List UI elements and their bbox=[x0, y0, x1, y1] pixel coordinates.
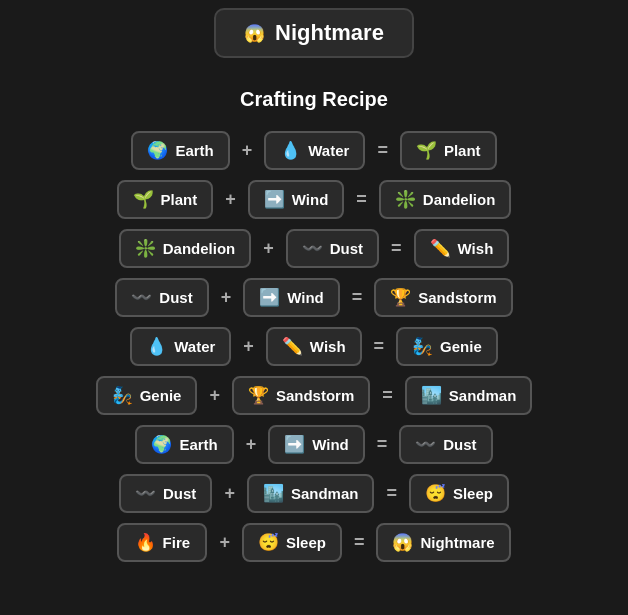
chip-label: Earth bbox=[179, 436, 217, 453]
operator-symbol: = bbox=[374, 336, 385, 357]
recipe-chip: 💧Water bbox=[264, 131, 365, 170]
chip-icon: 🔥 bbox=[135, 532, 156, 553]
operator-symbol: + bbox=[246, 434, 257, 455]
title-icon: 😱 bbox=[244, 23, 265, 44]
chip-label: Nightmare bbox=[420, 534, 494, 551]
operator-symbol: + bbox=[224, 483, 235, 504]
operator-symbol: = bbox=[377, 434, 388, 455]
chip-label: Wind bbox=[292, 191, 329, 208]
chip-icon: ➡️ bbox=[259, 287, 280, 308]
chip-label: Dust bbox=[443, 436, 476, 453]
operator-symbol: + bbox=[263, 238, 274, 259]
operator-symbol: = bbox=[382, 385, 393, 406]
chip-label: Sleep bbox=[286, 534, 326, 551]
operator-symbol: + bbox=[209, 385, 220, 406]
chip-icon: 🏆 bbox=[390, 287, 411, 308]
recipe-chip: ❇️Dandelion bbox=[379, 180, 512, 219]
chip-label: Sleep bbox=[453, 485, 493, 502]
chip-icon: 🏆 bbox=[248, 385, 269, 406]
recipe-chip: 〰️Dust bbox=[286, 229, 379, 268]
chip-icon: ➡️ bbox=[284, 434, 305, 455]
chip-icon: ✏️ bbox=[430, 238, 451, 259]
operator-symbol: = bbox=[356, 189, 367, 210]
recipe-chip: 🔥Fire bbox=[117, 523, 207, 562]
chip-label: Sandstorm bbox=[418, 289, 496, 306]
chip-icon: 🏙️ bbox=[421, 385, 442, 406]
chip-label: Wish bbox=[310, 338, 346, 355]
recipe-chip: ❇️Dandelion bbox=[119, 229, 252, 268]
chip-label: Genie bbox=[440, 338, 482, 355]
recipe-chip: 🏆Sandstorm bbox=[374, 278, 512, 317]
recipe-row: 🌍Earth+💧Water=🌱Plant bbox=[131, 131, 496, 170]
recipe-chip: 💧Water bbox=[130, 327, 231, 366]
chip-icon: 😱 bbox=[392, 532, 413, 553]
operator-symbol: + bbox=[219, 532, 230, 553]
chip-label: Sandstorm bbox=[276, 387, 354, 404]
chip-label: Plant bbox=[161, 191, 198, 208]
operator-symbol: + bbox=[221, 287, 232, 308]
chip-label: Plant bbox=[444, 142, 481, 159]
recipe-chip: 〰️Dust bbox=[115, 278, 208, 317]
title-bar: 😱 Nightmare bbox=[214, 8, 414, 58]
chip-icon: 〰️ bbox=[302, 238, 323, 259]
crafting-title: Crafting Recipe bbox=[240, 88, 388, 111]
recipe-chip: ➡️Wind bbox=[248, 180, 345, 219]
chip-label: Water bbox=[174, 338, 215, 355]
chip-icon: 💧 bbox=[146, 336, 167, 357]
recipe-chip: 🌍Earth bbox=[131, 131, 229, 170]
operator-symbol: = bbox=[391, 238, 402, 259]
recipe-row: ❇️Dandelion+〰️Dust=✏️Wish bbox=[119, 229, 510, 268]
chip-label: Fire bbox=[163, 534, 191, 551]
chip-icon: 🌱 bbox=[416, 140, 437, 161]
chip-label: Wind bbox=[312, 436, 349, 453]
recipe-chip: 🌍Earth bbox=[135, 425, 233, 464]
recipe-chip: 〰️Dust bbox=[399, 425, 492, 464]
chip-label: Wish bbox=[458, 240, 494, 257]
recipe-chip: 🌱Plant bbox=[117, 180, 214, 219]
chip-label: Sandman bbox=[291, 485, 359, 502]
operator-symbol: + bbox=[225, 189, 236, 210]
title-text: Nightmare bbox=[275, 20, 384, 46]
chip-icon: 🧞 bbox=[412, 336, 433, 357]
chip-icon: ❇️ bbox=[395, 189, 416, 210]
recipe-chip: 🧞Genie bbox=[96, 376, 198, 415]
chip-icon: 〰️ bbox=[415, 434, 436, 455]
operator-symbol: = bbox=[386, 483, 397, 504]
chip-icon: ➡️ bbox=[264, 189, 285, 210]
recipe-chip: 🧞Genie bbox=[396, 327, 498, 366]
recipe-chip: 😴Sleep bbox=[409, 474, 509, 513]
operator-symbol: + bbox=[243, 336, 254, 357]
chip-icon: ❇️ bbox=[135, 238, 156, 259]
chip-label: Wind bbox=[287, 289, 324, 306]
chip-label: Genie bbox=[140, 387, 182, 404]
chip-label: Earth bbox=[175, 142, 213, 159]
recipe-list: 🌍Earth+💧Water=🌱Plant🌱Plant+➡️Wind=❇️Dand… bbox=[96, 131, 533, 562]
chip-label: Dandelion bbox=[163, 240, 236, 257]
chip-label: Dust bbox=[330, 240, 363, 257]
chip-icon: 🧞 bbox=[112, 385, 133, 406]
recipe-row: 🧞Genie+🏆Sandstorm=🏙️Sandman bbox=[96, 376, 533, 415]
chip-label: Sandman bbox=[449, 387, 517, 404]
chip-icon: 🌱 bbox=[133, 189, 154, 210]
recipe-row: 🌍Earth+➡️Wind=〰️Dust bbox=[135, 425, 492, 464]
recipe-chip: 😱Nightmare bbox=[376, 523, 510, 562]
recipe-row: 〰️Dust+➡️Wind=🏆Sandstorm bbox=[115, 278, 512, 317]
chip-icon: 〰️ bbox=[131, 287, 152, 308]
chip-label: Dust bbox=[159, 289, 192, 306]
chip-icon: 🌍 bbox=[147, 140, 168, 161]
chip-icon: 😴 bbox=[425, 483, 446, 504]
recipe-chip: 🏙️Sandman bbox=[405, 376, 533, 415]
chip-label: Water bbox=[308, 142, 349, 159]
recipe-chip: 🏙️Sandman bbox=[247, 474, 375, 513]
crafting-section: Crafting Recipe 🌍Earth+💧Water=🌱Plant🌱Pla… bbox=[0, 88, 628, 562]
recipe-row: 💧Water+✏️Wish=🧞Genie bbox=[130, 327, 498, 366]
chip-label: Dust bbox=[163, 485, 196, 502]
chip-icon: 🌍 bbox=[151, 434, 172, 455]
chip-icon: 😴 bbox=[258, 532, 279, 553]
recipe-chip: 〰️Dust bbox=[119, 474, 212, 513]
chip-icon: 〰️ bbox=[135, 483, 156, 504]
chip-label: Dandelion bbox=[423, 191, 496, 208]
recipe-chip: ➡️Wind bbox=[243, 278, 340, 317]
operator-symbol: = bbox=[377, 140, 388, 161]
recipe-row: 🔥Fire+😴Sleep=😱Nightmare bbox=[117, 523, 510, 562]
